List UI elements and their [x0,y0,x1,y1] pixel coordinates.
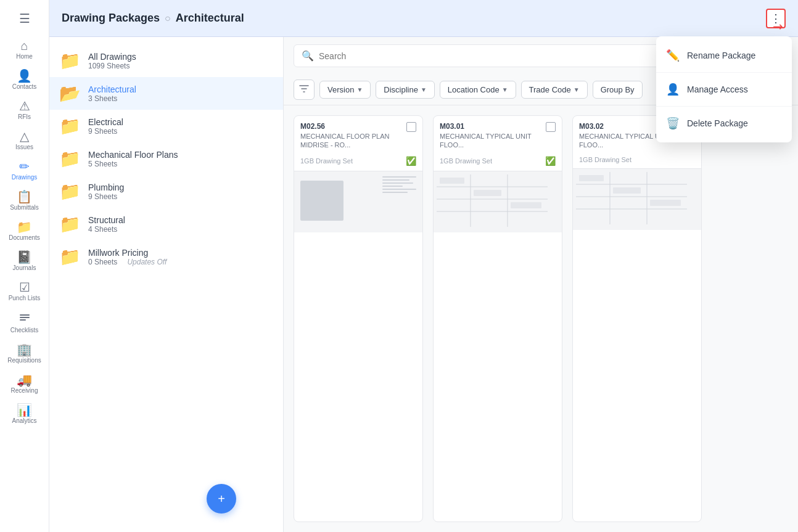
folder-structural[interactable]: 📁 Structural 4 Sheets [49,208,283,240]
folder-structural-info: Structural 4 Sheets [88,215,273,234]
svg-rect-10 [474,190,501,196]
folder-all-drawings[interactable]: 📁 All Drawings 1099 Sheets [49,44,283,77]
svg-rect-9 [440,178,464,184]
breadcrumb-subtitle: Architectural [176,12,244,25]
journals-icon: 📓 [17,251,32,263]
sidebar-item-checklists[interactable]: Checklists [0,306,49,338]
sidebar-label-issues: Issues [15,144,33,150]
sidebar-item-submittals[interactable]: 📋 Submittals [0,186,49,216]
sidebar-label-punch-lists: Punch Lists [9,295,41,301]
delete-package-item[interactable]: 🗑️ Delete Package [656,109,792,137]
sidebar-item-receiving[interactable]: 🚚 Receiving [0,369,49,399]
location-code-filter-button[interactable]: Location Code ▼ [440,81,516,99]
folder-electrical-name: Electrical [88,117,273,127]
folder-millwork-name: Millwork Pricing [88,248,273,258]
rename-icon: ✏️ [666,49,680,62]
sidebar-item-rfis[interactable]: ⚠ RFIs [0,95,49,125]
folder-millwork-sheets: 0 Sheets [88,258,117,266]
sidebar-label-home: Home [16,53,33,60]
card-1-thumbnail-content [294,171,422,232]
delete-icon: 🗑️ [666,117,680,130]
documents-icon: 📁 [17,221,32,233]
sidebar-item-drawings[interactable]: ✏ Drawings [0,155,49,186]
card-2-thumbnail-content [434,171,562,232]
submittals-icon: 📋 [17,190,32,203]
card-1-thumb-lines [382,176,416,195]
card-1-header: M02.56 MECHANICAL FLOOR PLAN MIDRISE - R… [294,116,422,153]
card-1-title: MECHANICAL FLOOR PLAN MIDRISE - RO... [300,132,406,150]
sidebar-label-analytics: Analytics [12,417,36,424]
sidebar-item-journals[interactable]: 📓 Journals [0,246,49,276]
sidebar-label-documents: Documents [9,234,40,241]
svg-rect-11 [511,202,541,208]
add-button[interactable]: + [207,484,236,514]
folder-all-drawings-name: All Drawings [88,52,273,62]
card-1-gray-block [300,181,343,221]
group-by-button[interactable]: Group By [593,81,643,99]
contacts-icon: 👤 [17,70,32,82]
card-2-checkbox[interactable] [546,122,556,132]
hamburger-button[interactable]: ☰ [0,5,49,32]
drawing-card-2[interactable]: M03.01 MECHANICAL TYPICAL UNIT FLOO... 1… [433,115,562,522]
drawing-card-3[interactable]: M03.02 MECHANICAL TYPICAL UNIT FLOO... 1… [572,115,702,522]
version-filter-button[interactable]: Version ▼ [319,81,371,99]
sidebar-item-punch-lists[interactable]: ☑ Punch Lists [0,276,49,306]
version-label: Version [327,85,354,94]
folder-millwork[interactable]: 📁 Millwork Pricing 0 Sheets Updates Off [49,240,283,273]
rename-package-item[interactable]: ✏️ Rename Package [656,41,792,70]
folder-plumbing-name: Plumbing [88,182,273,192]
sidebar-label-drawings: Drawings [12,174,38,181]
folder-plumbing-icon: 📁 [59,181,81,202]
card-2-verified-icon: ✅ [545,156,556,166]
card-2-header: M03.01 MECHANICAL TYPICAL UNIT FLOO... [434,116,562,153]
card-2-meta: 1GB Drawing Set ✅ [434,153,562,171]
sidebar-label-contacts: Contacts [12,83,36,90]
drawing-card-1[interactable]: M02.56 MECHANICAL FLOOR PLAN MIDRISE - R… [294,115,423,522]
sidebar-label-journals: Journals [13,264,36,271]
sidebar-item-contacts[interactable]: 👤 Contacts [0,65,49,95]
sidebar-label-submittals: Submittals [10,204,39,211]
sidebar-item-requisitions[interactable]: 🏢 Requisitions [0,338,49,369]
dropdown-menu: ↗ ✏️ Rename Package 👤 Manage Access 🗑️ D… [656,36,792,142]
filter-toggle-button[interactable] [294,80,315,100]
svg-rect-18 [579,175,604,181]
folder-mechanical[interactable]: 📁 Mechanical Floor Plans 5 Sheets [49,142,283,175]
card-1-checkbox[interactable] [406,122,416,132]
svg-rect-2 [20,319,26,321]
folder-electrical-icon: 📁 [59,116,81,136]
discipline-filter-button[interactable]: Discipline ▼ [376,81,435,99]
sidebar-item-issues[interactable]: △ Issues [0,125,49,155]
trade-code-filter-button[interactable]: Trade Code ▼ [521,81,588,99]
fab-container: + [207,484,236,514]
dropdown-divider-2 [656,106,792,107]
folder-electrical-sheets: 9 Sheets [88,127,273,136]
sidebar-item-documents[interactable]: 📁 Documents [0,216,49,246]
sidebar-item-analytics[interactable]: 📊 Analytics [0,399,49,429]
card-2-size: 1GB Drawing Set [440,157,492,165]
folder-architectural[interactable]: 📂 Architectural 3 Sheets [49,77,283,110]
dropdown-divider-1 [656,72,792,73]
folder-architectural-name: Architectural [88,84,273,94]
sidebar-item-home[interactable]: ⌂ Home [0,35,49,65]
drawing-cards-grid: M02.56 MECHANICAL FLOOR PLAN MIDRISE - R… [284,105,798,532]
filter-icon [299,84,309,96]
sidebar-label-requisitions: Requisitions [7,357,41,364]
folder-architectural-info: Architectural 3 Sheets [88,84,273,103]
folder-structural-icon: 📁 [59,214,81,234]
location-code-arrow: ▼ [502,86,508,93]
sidebar-label-rfis: RFIs [18,113,31,120]
folder-plumbing[interactable]: 📁 Plumbing 9 Sheets [49,175,283,208]
checklists-icon [19,311,31,325]
card-2-title: MECHANICAL TYPICAL UNIT FLOO... [440,132,546,150]
folder-all-drawings-info: All Drawings 1099 Sheets [88,52,273,70]
folder-electrical-info: Electrical 9 Sheets [88,117,273,136]
folder-electrical[interactable]: 📁 Electrical 9 Sheets [49,110,283,142]
svg-rect-19 [613,187,641,194]
folder-architectural-sheets: 3 Sheets [88,94,273,103]
folder-architectural-icon: 📂 [59,83,81,104]
svg-rect-20 [650,200,681,206]
folder-millwork-icon: 📁 [59,247,81,267]
manage-access-item[interactable]: 👤 Manage Access [656,75,792,104]
analytics-icon: 📊 [17,404,32,416]
folder-mechanical-info: Mechanical Floor Plans 5 Sheets [88,150,273,168]
